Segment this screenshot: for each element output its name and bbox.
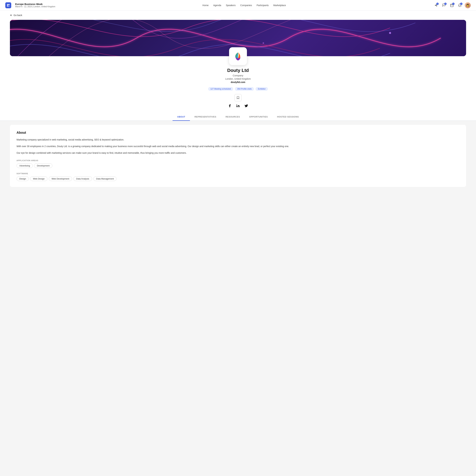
tag-advertising: Advertising <box>17 163 33 168</box>
company-name: Douty Ltd <box>0 68 476 73</box>
nav-companies[interactable]: Companies <box>240 4 252 7</box>
svg-point-19 <box>237 104 237 105</box>
about-title: About <box>17 131 459 135</box>
company-logo-icon <box>232 50 244 62</box>
linkedin-link[interactable] <box>236 104 240 109</box>
company-type: Company <box>0 74 476 77</box>
event-title: Europe Business Week <box>15 3 55 5</box>
bookmark-button[interactable] <box>234 94 242 101</box>
application-areas-tags: Advertising Development <box>17 163 459 168</box>
header-icons: 0 0 0 0 👩 <box>433 2 471 8</box>
company-logo <box>229 47 247 65</box>
back-label: Go back <box>14 14 22 17</box>
exhibitor-badge: Exhibitor <box>255 87 268 91</box>
svg-point-2 <box>436 5 437 6</box>
user-avatar[interactable]: 👩 <box>465 2 471 8</box>
company-website[interactable]: doutyltd.com <box>0 81 476 84</box>
svg-line-3 <box>436 5 436 5</box>
profile-visits-badge: 354 Profile visits <box>235 87 254 91</box>
tag-design: Design <box>17 176 29 181</box>
linkedin-icon <box>236 104 240 108</box>
social-links <box>0 104 476 109</box>
tabs-bar: ABOUT REPRESENTATIVES RESOURCES OPPORTUN… <box>0 113 476 121</box>
company-info: Douty Ltd Company London, United Kingdom… <box>0 65 476 87</box>
tab-about[interactable]: ABOUT <box>172 113 190 121</box>
bell-badge: 0 <box>460 3 462 5</box>
tag-data-analysis: Data Analysis <box>73 176 92 181</box>
network-button[interactable]: 0 <box>433 2 439 8</box>
nav-participants[interactable]: Participants <box>256 4 269 7</box>
svg-rect-18 <box>237 105 237 107</box>
back-button[interactable]: Go back <box>0 11 476 20</box>
tag-data-management: Data Management <box>93 176 117 181</box>
white-section: Go back <box>0 11 476 121</box>
avatar-image: 👩 <box>465 2 471 8</box>
event-info: Europe Business Week March 6 - 12, 2023 … <box>15 3 55 8</box>
calendar-badge: 0 <box>452 3 455 5</box>
nav-agenda[interactable]: Agenda <box>213 4 221 7</box>
about-paragraph-2: With over 30 employees in 2 countries, D… <box>17 144 459 148</box>
application-areas-label: APPLICATION AREAS <box>17 159 459 161</box>
svg-point-17 <box>263 42 264 44</box>
bell-button[interactable]: 0 <box>457 2 463 8</box>
svg-point-13 <box>389 32 391 34</box>
meetings-badge: 127 Meeting scheduled <box>208 87 233 91</box>
tag-web-design: Web Design <box>30 176 48 181</box>
software-tags: Design Web Design Web Development Data A… <box>17 176 459 181</box>
svg-line-4 <box>436 5 436 6</box>
bookmark-row <box>0 94 476 101</box>
event-subtitle: March 6 - 12, 2023 | London, United King… <box>15 5 55 8</box>
back-arrow-icon <box>10 14 13 17</box>
tab-hosted-sessions[interactable]: HOSTED SESSIONS <box>272 113 304 121</box>
network-badge: 0 <box>436 3 439 5</box>
header: Europe Business Week March 6 - 12, 2023 … <box>0 0 476 11</box>
about-section: About Marketing company specialized in w… <box>10 125 466 187</box>
flag-button[interactable]: 0 <box>441 2 447 8</box>
facebook-link[interactable] <box>228 104 232 109</box>
nav-home[interactable]: Home <box>203 4 209 7</box>
company-location: London, United Kingdom <box>0 78 476 80</box>
bookmark-icon <box>236 96 240 99</box>
tab-resources[interactable]: RESOURCES <box>221 113 245 121</box>
nav-speakers[interactable]: Speakers <box>226 4 236 7</box>
twitter-link[interactable] <box>244 104 248 109</box>
about-paragraph-1: Marketing company specialized in web mar… <box>17 138 459 142</box>
tab-opportunities[interactable]: OPPORTUNITIES <box>245 113 272 121</box>
about-paragraph-3: Our eye for design combined with marketi… <box>17 151 459 155</box>
nav-marketplace[interactable]: Marketplace <box>273 4 286 7</box>
twitter-icon <box>244 104 248 108</box>
flag-badge: 0 <box>444 3 447 5</box>
page-content: Go back <box>0 11 476 476</box>
company-logo-wrap <box>0 47 476 65</box>
tag-development: Development <box>34 163 52 168</box>
main-nav: Home Agenda Speakers Companies Participa… <box>203 4 286 7</box>
tag-web-development: Web Development <box>49 176 72 181</box>
svg-point-0 <box>435 5 436 6</box>
software-label: SOFTWARE <box>17 172 459 174</box>
tab-representatives[interactable]: REPRESENTATIVES <box>190 113 221 121</box>
app-logo[interactable] <box>5 2 11 8</box>
calendar-button[interactable]: 0 <box>449 2 455 8</box>
stats-row: 127 Meeting scheduled 354 Profile visits… <box>0 87 476 91</box>
facebook-icon <box>228 104 232 108</box>
